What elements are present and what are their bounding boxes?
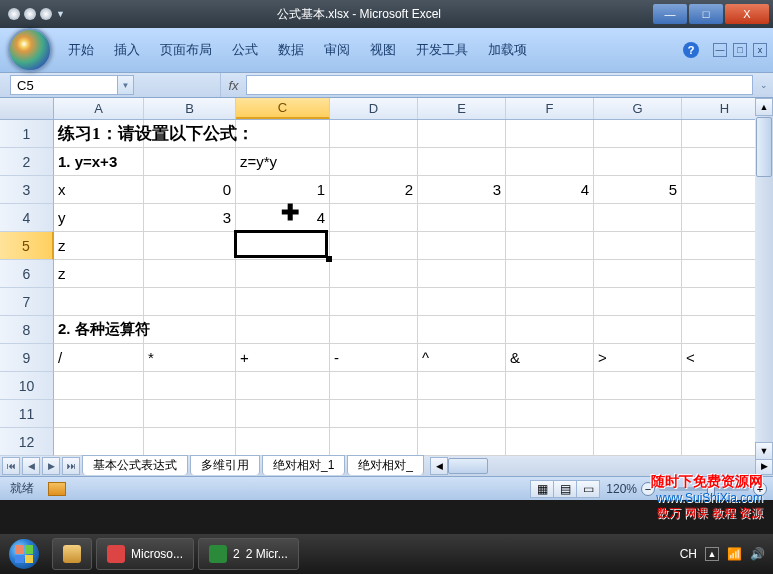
sheet-tab-4[interactable]: 绝对相对_ (347, 455, 424, 475)
cell-F7[interactable] (506, 288, 594, 316)
tab-home[interactable]: 开始 (60, 37, 102, 63)
cell-E7[interactable] (418, 288, 506, 316)
taskbar-pinned-explorer[interactable] (52, 538, 92, 570)
vertical-scrollbar[interactable]: ▲ ▼ (755, 98, 773, 460)
cell-D2[interactable] (330, 148, 418, 176)
cell-C5[interactable] (236, 232, 330, 260)
tab-developer[interactable]: 开发工具 (408, 37, 476, 63)
column-header-E[interactable]: E (418, 98, 506, 119)
hscroll-left-button[interactable]: ◀ (430, 457, 448, 475)
sheet-nav-prev[interactable]: ◀ (22, 457, 40, 475)
cell-F5[interactable] (506, 232, 594, 260)
cell-F12[interactable] (506, 428, 594, 456)
cell-E6[interactable] (418, 260, 506, 288)
cell-E4[interactable] (418, 204, 506, 232)
column-header-A[interactable]: A (54, 98, 144, 119)
cell-D8[interactable] (330, 316, 418, 344)
row-header-4[interactable]: 4 (0, 204, 54, 232)
column-header-D[interactable]: D (330, 98, 418, 119)
cell-B12[interactable] (144, 428, 236, 456)
hscroll-thumb[interactable] (448, 458, 488, 474)
cell-G5[interactable] (594, 232, 682, 260)
cell-B6[interactable] (144, 260, 236, 288)
cell-E8[interactable] (418, 316, 506, 344)
cell-B2[interactable] (144, 148, 236, 176)
cell-C9[interactable]: + (236, 344, 330, 372)
cell-B9[interactable]: * (144, 344, 236, 372)
cell-F1[interactable] (506, 120, 594, 148)
tab-review[interactable]: 审阅 (316, 37, 358, 63)
cells-area[interactable]: 练习1：请设置以下公式：1. y=x+3z=y*yx0123456y34zz2.… (54, 120, 768, 456)
cell-E3[interactable]: 3 (418, 176, 506, 204)
column-header-F[interactable]: F (506, 98, 594, 119)
cell-A4[interactable]: y (54, 204, 144, 232)
view-normal-button[interactable]: ▦ (530, 480, 554, 498)
cell-E1[interactable] (418, 120, 506, 148)
cell-F6[interactable] (506, 260, 594, 288)
cell-C7[interactable] (236, 288, 330, 316)
row-header-7[interactable]: 7 (0, 288, 54, 316)
sheet-nav-first[interactable]: ⏮ (2, 457, 20, 475)
row-header-5[interactable]: 5 (0, 232, 54, 260)
cell-D7[interactable] (330, 288, 418, 316)
sheet-nav-next[interactable]: ▶ (42, 457, 60, 475)
row-header-2[interactable]: 2 (0, 148, 54, 176)
cell-B11[interactable] (144, 400, 236, 428)
tab-addins[interactable]: 加载项 (480, 37, 535, 63)
qat-save-icon[interactable] (8, 8, 20, 20)
row-header-3[interactable]: 3 (0, 176, 54, 204)
maximize-button[interactable]: □ (689, 4, 723, 24)
cell-G12[interactable] (594, 428, 682, 456)
ribbon-minimize-doc-button[interactable]: — (713, 43, 727, 57)
cell-A7[interactable] (54, 288, 144, 316)
cell-D10[interactable] (330, 372, 418, 400)
cell-C6[interactable] (236, 260, 330, 288)
tab-formulas[interactable]: 公式 (224, 37, 266, 63)
cell-D11[interactable] (330, 400, 418, 428)
row-header-8[interactable]: 8 (0, 316, 54, 344)
select-all-corner[interactable] (0, 98, 54, 119)
view-page-layout-button[interactable]: ▤ (553, 480, 577, 498)
cell-F11[interactable] (506, 400, 594, 428)
cell-E11[interactable] (418, 400, 506, 428)
cell-E9[interactable]: ^ (418, 344, 506, 372)
tab-data[interactable]: 数据 (270, 37, 312, 63)
row-header-9[interactable]: 9 (0, 344, 54, 372)
start-button[interactable] (0, 534, 48, 574)
ime-indicator[interactable]: CH (680, 547, 697, 561)
minimize-button[interactable]: — (653, 4, 687, 24)
tab-insert[interactable]: 插入 (106, 37, 148, 63)
vscroll-down-button[interactable]: ▼ (755, 442, 773, 460)
cell-A3[interactable]: x (54, 176, 144, 204)
cell-A11[interactable] (54, 400, 144, 428)
name-box[interactable]: C5 (10, 75, 118, 95)
cell-B3[interactable]: 0 (144, 176, 236, 204)
row-header-10[interactable]: 10 (0, 372, 54, 400)
tab-page-layout[interactable]: 页面布局 (152, 37, 220, 63)
fx-button[interactable]: fx (220, 73, 246, 97)
sheet-tab-2[interactable]: 多维引用 (190, 455, 260, 475)
sheet-nav-last[interactable]: ⏭ (62, 457, 80, 475)
tray-show-hidden-icon[interactable]: ▲ (705, 547, 719, 561)
cell-G10[interactable] (594, 372, 682, 400)
zoom-percent[interactable]: 120% (606, 482, 637, 496)
taskbar-item-powerpoint[interactable]: Microso... (96, 538, 194, 570)
cell-C11[interactable] (236, 400, 330, 428)
cell-E5[interactable] (418, 232, 506, 260)
cell-B5[interactable] (144, 232, 236, 260)
column-header-C[interactable]: C (236, 98, 330, 119)
formula-input[interactable] (246, 75, 753, 95)
sheet-tab-1[interactable]: 基本公式表达式 (82, 455, 188, 475)
cell-A12[interactable] (54, 428, 144, 456)
cell-B4[interactable]: 3 (144, 204, 236, 232)
vscroll-thumb[interactable] (756, 117, 772, 177)
cell-D6[interactable] (330, 260, 418, 288)
cell-G3[interactable]: 5 (594, 176, 682, 204)
sheet-tab-3[interactable]: 绝对相对_1 (262, 455, 345, 475)
cell-G7[interactable] (594, 288, 682, 316)
office-button[interactable] (8, 28, 52, 72)
taskbar-item-excel[interactable]: 2 2 Micr... (198, 538, 299, 570)
cell-D1[interactable] (330, 120, 418, 148)
ribbon-close-doc-button[interactable]: x (753, 43, 767, 57)
cell-E12[interactable] (418, 428, 506, 456)
